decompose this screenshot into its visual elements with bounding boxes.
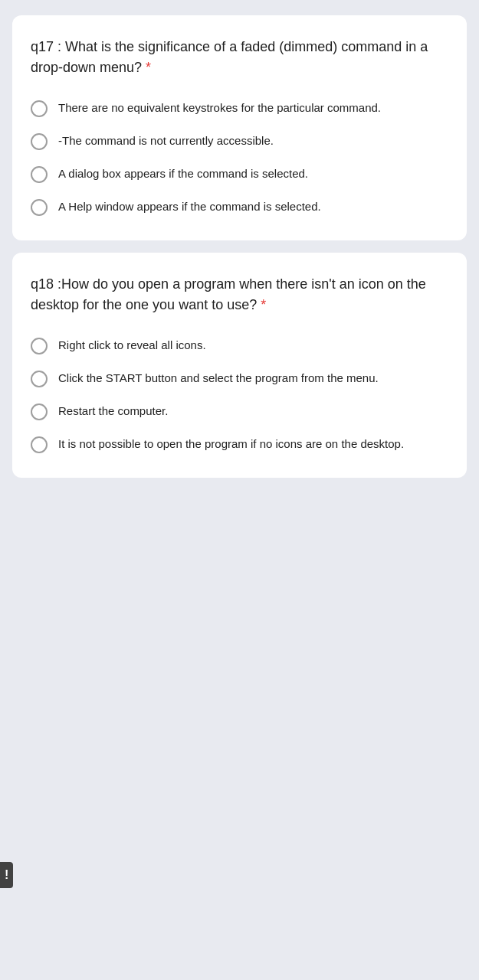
radio-circle-q18_b[interactable] [31,371,48,387]
radio-circle-q18_d[interactable] [31,436,48,453]
option-label-q18_d: It is not possible to open the program i… [58,436,404,453]
radio-circle-q18_c[interactable] [31,403,48,420]
required-star-q18: * [257,297,266,312]
options-list-q18: Right click to reveal all icons.Click th… [31,337,448,453]
question-card-q17: q17 : What is the significance of a fade… [12,15,467,240]
option-label-q17_c: A dialog box appears if the command is s… [58,165,308,183]
radio-circle-q17_d[interactable] [31,199,48,216]
option-label-q18_a: Right click to reveal all icons. [58,337,206,354]
option-label-q18_b: Click the START button and select the pr… [58,370,379,387]
option-item-q18_d[interactable]: It is not possible to open the program i… [31,436,448,453]
option-label-q18_c: Restart the computer. [58,403,168,420]
feedback-button[interactable]: ! [0,862,13,888]
option-item-q18_b[interactable]: Click the START button and select the pr… [31,370,448,387]
option-item-q17_d[interactable]: A Help window appears if the command is … [31,198,448,216]
option-item-q18_a[interactable]: Right click to reveal all icons. [31,337,448,354]
option-item-q17_b[interactable]: -The command is not currently accessible… [31,132,448,150]
feedback-icon: ! [5,868,8,882]
required-star-q17: * [142,60,151,75]
question-text-q18: q18 :How do you open a program when ther… [31,274,448,315]
option-label-q17_a: There are no equivalent keystrokes for t… [58,100,381,117]
radio-circle-q17_b[interactable] [31,133,48,150]
radio-circle-q18_a[interactable] [31,338,48,354]
option-item-q18_c[interactable]: Restart the computer. [31,403,448,420]
radio-circle-q17_c[interactable] [31,166,48,183]
question-card-q18: q18 :How do you open a program when ther… [12,253,467,478]
option-item-q17_c[interactable]: A dialog box appears if the command is s… [31,165,448,183]
radio-circle-q17_a[interactable] [31,100,48,117]
option-item-q17_a[interactable]: There are no equivalent keystrokes for t… [31,100,448,117]
option-label-q17_d: A Help window appears if the command is … [58,198,321,216]
question-text-q17: q17 : What is the significance of a fade… [31,37,448,78]
options-list-q17: There are no equivalent keystrokes for t… [31,100,448,216]
option-label-q17_b: -The command is not currently accessible… [58,132,274,150]
